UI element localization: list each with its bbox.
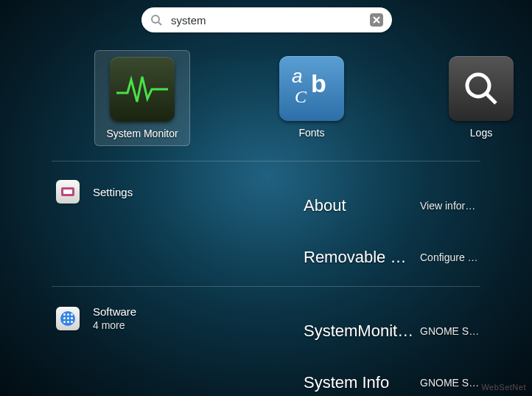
app-results-grid: System Monitor a b C Fonts Logs (94, 50, 529, 146)
logs-icon (449, 56, 514, 121)
divider (52, 161, 480, 161)
provider-more-count: 4 more (93, 319, 136, 331)
result-about[interactable]: About View information about your syste… (304, 180, 480, 232)
provider-label: Software (93, 305, 136, 318)
app-tile-system-monitor[interactable]: System Monitor (94, 50, 190, 146)
provider-section-software: Software 4 more SystemMonit… GNOME Shell… (56, 305, 480, 334)
app-label: System Monitor (106, 128, 178, 139)
fonts-icon: a b C (279, 56, 344, 121)
divider (52, 286, 480, 287)
result-description: GNOME Shell Exten… (420, 325, 480, 337)
app-tile-logs[interactable]: Logs (433, 50, 529, 146)
svg-point-0 (152, 15, 159, 23)
result-title: About (304, 196, 419, 215)
search-input[interactable] (171, 14, 370, 27)
svg-point-4 (467, 74, 489, 97)
clear-search-button[interactable] (370, 13, 383, 27)
search-icon (150, 14, 162, 26)
app-tile-fonts[interactable]: a b C Fonts (264, 50, 360, 146)
result-systeminfo-ext[interactable]: System Info GNOME Shell Extension (304, 357, 480, 396)
search-bar[interactable] (141, 7, 392, 32)
result-description: View information about your syste… (420, 200, 480, 212)
app-label: Logs (470, 127, 492, 139)
svg-line-1 (158, 22, 161, 25)
system-monitor-icon (110, 57, 175, 122)
software-icon (56, 307, 80, 330)
watermark: WebSetNet (481, 383, 526, 392)
result-title: Removable … (304, 248, 419, 267)
app-label: Fonts (298, 127, 324, 139)
svg-line-5 (486, 94, 496, 103)
result-description: Configure Removabl… (420, 251, 480, 263)
provider-label: Settings (93, 186, 133, 198)
result-systemmonitor-ext[interactable]: SystemMonit… GNOME Shell Exten… (304, 305, 480, 357)
provider-section-settings: Settings About View information about yo… (56, 180, 480, 206)
result-title: SystemMonit… (304, 322, 419, 341)
settings-icon (56, 180, 80, 204)
result-title: System Info (304, 373, 419, 392)
result-removable[interactable]: Removable … Configure Removabl… (304, 232, 480, 283)
result-description: GNOME Shell Extension (420, 377, 480, 389)
